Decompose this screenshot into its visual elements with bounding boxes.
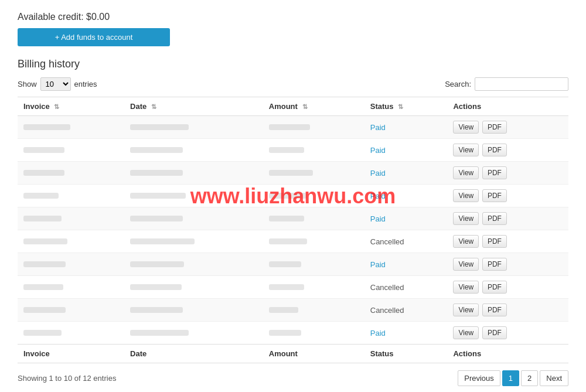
date-value — [130, 147, 183, 153]
page-1-button[interactable]: 1 — [502, 370, 519, 386]
view-button[interactable]: View — [453, 212, 479, 225]
view-button[interactable]: View — [453, 166, 479, 179]
pdf-button[interactable]: PDF — [482, 189, 507, 202]
show-entries-control: Show 10 25 50 100 entries — [18, 77, 97, 91]
table-row: Paid View PDF — [18, 253, 568, 276]
cell-amount — [263, 299, 364, 322]
view-button[interactable]: View — [453, 144, 479, 156]
amount-value — [269, 124, 310, 130]
cell-amount — [263, 162, 364, 185]
status-badge: Paid — [370, 260, 386, 269]
credit-section: Available credit: $0.00 + Add funds to a… — [18, 12, 568, 46]
pdf-button[interactable]: PDF — [482, 281, 507, 294]
cell-actions: View PDF — [447, 185, 568, 207]
table-row: Cancelled View PDF — [18, 276, 568, 299]
amount-value — [269, 193, 307, 199]
pdf-button[interactable]: PDF — [482, 212, 507, 225]
search-input[interactable] — [475, 77, 568, 91]
status-badge: Paid — [370, 214, 386, 223]
date-value — [130, 170, 183, 176]
cell-date — [124, 299, 263, 322]
date-value — [130, 124, 189, 130]
view-button[interactable]: View — [453, 281, 479, 294]
next-button[interactable]: Next — [540, 370, 568, 386]
cell-date — [124, 230, 263, 253]
cell-actions: View PDF — [447, 162, 568, 185]
cell-amount — [263, 116, 364, 139]
cell-status: Paid — [364, 207, 448, 230]
cell-status: Cancelled — [364, 230, 448, 253]
foot-col-status: Status — [364, 345, 448, 363]
cell-invoice — [18, 276, 124, 299]
table-row: Paid View PDF — [18, 185, 568, 207]
view-button[interactable]: View — [453, 235, 479, 248]
invoice-value — [23, 307, 66, 313]
sort-icon-amount: ⇅ — [302, 103, 308, 110]
pdf-button[interactable]: PDF — [482, 258, 507, 271]
status-badge: Paid — [370, 329, 386, 338]
cell-date — [124, 116, 263, 139]
invoice-value — [23, 330, 62, 336]
cell-date — [124, 322, 263, 345]
cell-date — [124, 185, 263, 207]
pagination: Previous 1 2 Next — [458, 370, 568, 386]
amount-value — [269, 216, 304, 221]
sort-icon-date: ⇅ — [151, 103, 156, 110]
pdf-button[interactable]: PDF — [482, 235, 507, 248]
pdf-button[interactable]: PDF — [482, 326, 507, 339]
col-date[interactable]: Date ⇅ — [124, 97, 263, 116]
amount-value — [269, 261, 301, 267]
amount-value — [269, 147, 304, 153]
cell-amount — [263, 276, 364, 299]
invoice-value — [23, 238, 67, 244]
amount-value — [269, 238, 307, 244]
add-funds-button[interactable]: + Add funds to account — [18, 28, 170, 46]
cell-amount — [263, 139, 364, 162]
col-status[interactable]: Status ⇅ — [364, 97, 448, 116]
table-row: Paid View PDF — [18, 139, 568, 162]
cell-invoice — [18, 116, 124, 139]
cell-invoice — [18, 253, 124, 276]
billing-table: Invoice ⇅ Date ⇅ Amount ⇅ Status ⇅ Actio… — [18, 97, 568, 363]
foot-col-actions: Actions — [447, 345, 568, 363]
cell-amount — [263, 230, 364, 253]
col-invoice[interactable]: Invoice ⇅ — [18, 97, 124, 116]
status-badge: Paid — [370, 146, 386, 155]
cell-date — [124, 207, 263, 230]
amount-value — [269, 170, 313, 176]
pdf-button[interactable]: PDF — [482, 304, 507, 316]
view-button[interactable]: View — [453, 189, 479, 202]
cell-actions: View PDF — [447, 253, 568, 276]
col-amount[interactable]: Amount ⇅ — [263, 97, 364, 116]
pdf-button[interactable]: PDF — [482, 121, 507, 134]
cell-amount — [263, 185, 364, 207]
cell-date — [124, 253, 263, 276]
status-badge: Cancelled — [370, 283, 404, 292]
pdf-button[interactable]: PDF — [482, 144, 507, 156]
date-value — [130, 261, 184, 267]
cell-invoice — [18, 322, 124, 345]
entries-select[interactable]: 10 25 50 100 — [40, 77, 71, 91]
cell-invoice — [18, 207, 124, 230]
view-button[interactable]: View — [453, 121, 479, 134]
cell-amount — [263, 207, 364, 230]
view-button[interactable]: View — [453, 326, 479, 339]
cell-actions: View PDF — [447, 299, 568, 322]
foot-col-date: Date — [124, 345, 263, 363]
view-button[interactable]: View — [453, 258, 479, 271]
cell-date — [124, 276, 263, 299]
page-2-button[interactable]: 2 — [521, 370, 538, 386]
cell-amount — [263, 253, 364, 276]
col-actions: Actions — [447, 97, 568, 116]
invoice-value — [23, 216, 62, 221]
sort-icon-invoice: ⇅ — [54, 103, 59, 110]
cell-actions: View PDF — [447, 276, 568, 299]
previous-button[interactable]: Previous — [458, 370, 500, 386]
status-badge: Paid — [370, 169, 386, 178]
status-badge: Paid — [370, 123, 386, 132]
pdf-button[interactable]: PDF — [482, 166, 507, 179]
view-button[interactable]: View — [453, 304, 479, 316]
credit-title: Available credit: $0.00 — [18, 12, 568, 22]
table-row: Paid View PDF — [18, 162, 568, 185]
table-footer-row: Invoice Date Amount Status Actions — [18, 345, 568, 363]
